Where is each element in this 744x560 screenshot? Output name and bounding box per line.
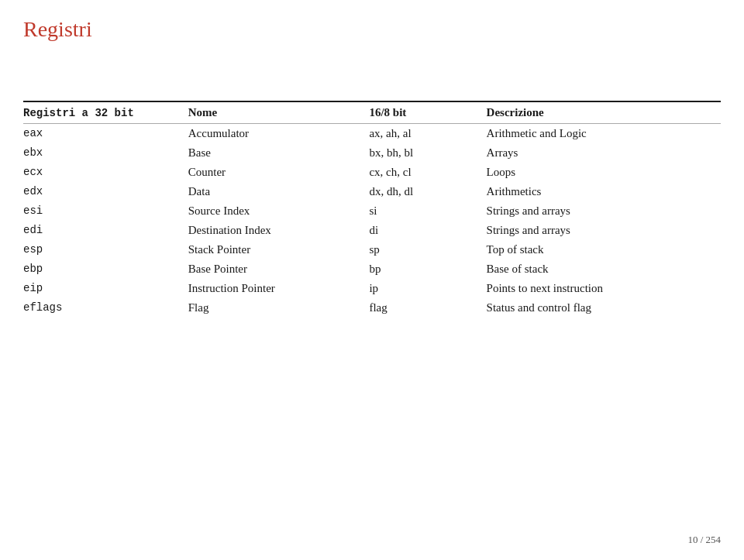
cell-reg: ecx: [23, 163, 188, 182]
table-row: esiSource IndexsiStrings and arrays: [23, 201, 721, 221]
page-title: Registri: [23, 17, 92, 42]
table-row: edxDatadx, dh, dlArithmetics: [23, 182, 721, 201]
cell-nome: Flag: [188, 298, 370, 318]
cell-reg: eax: [23, 124, 188, 144]
cell-bits: dx, dh, dl: [369, 182, 486, 201]
cell-reg: eflags: [23, 298, 188, 318]
cell-bits: si: [369, 201, 486, 221]
cell-bits: bx, bh, bl: [369, 143, 486, 163]
table-row: ebpBase PointerbpBase of stack: [23, 259, 721, 279]
cell-nome: Base Pointer: [188, 259, 370, 279]
cell-desc: Arithmetic and Logic: [487, 124, 721, 144]
table-row: espStack PointerspTop of stack: [23, 240, 721, 259]
header-nome: Nome: [188, 101, 370, 124]
cell-desc: Strings and arrays: [487, 201, 721, 221]
cell-reg: eip: [23, 279, 188, 298]
cell-desc: Top of stack: [487, 240, 721, 259]
cell-nome: Accumulator: [188, 124, 370, 144]
cell-bits: bp: [369, 259, 486, 279]
cell-nome: Counter: [188, 163, 370, 182]
cell-nome: Data: [188, 182, 370, 201]
table-row: ebxBasebx, bh, blArrays: [23, 143, 721, 163]
cell-desc: Loops: [487, 163, 721, 182]
table-row: ediDestination IndexdiStrings and arrays: [23, 221, 721, 240]
registers-table: Registri a 32 bit Nome 16/8 bit Descrizi…: [23, 101, 721, 318]
table-row: eaxAccumulatorax, ah, alArithmetic and L…: [23, 124, 721, 144]
page-number: 10 / 254: [687, 534, 721, 546]
cell-nome: Base: [188, 143, 370, 163]
cell-reg: esi: [23, 201, 188, 221]
cell-bits: sp: [369, 240, 486, 259]
table-row: eflagsFlagflagStatus and control flag: [23, 298, 721, 318]
cell-nome: Instruction Pointer: [188, 279, 370, 298]
cell-bits: ax, ah, al: [369, 124, 486, 144]
cell-desc: Base of stack: [487, 259, 721, 279]
cell-reg: ebp: [23, 259, 188, 279]
cell-desc: Strings and arrays: [487, 221, 721, 240]
cell-bits: cx, ch, cl: [369, 163, 486, 182]
cell-reg: edi: [23, 221, 188, 240]
cell-nome: Stack Pointer: [188, 240, 370, 259]
cell-reg: esp: [23, 240, 188, 259]
main-content: Registri a 32 bit Nome 16/8 bit Descrizi…: [23, 101, 721, 318]
table-row: ecxCountercx, ch, clLoops: [23, 163, 721, 182]
cell-reg: ebx: [23, 143, 188, 163]
header-desc: Descrizione: [487, 101, 721, 124]
cell-bits: di: [369, 221, 486, 240]
cell-desc: Status and control flag: [487, 298, 721, 318]
header-reg: Registri a 32 bit: [23, 101, 188, 124]
cell-desc: Arithmetics: [487, 182, 721, 201]
cell-desc: Points to next instruction: [487, 279, 721, 298]
cell-bits: ip: [369, 279, 486, 298]
cell-reg: edx: [23, 182, 188, 201]
cell-nome: Destination Index: [188, 221, 370, 240]
header-bits: 16/8 bit: [369, 101, 486, 124]
cell-bits: flag: [369, 298, 486, 318]
cell-desc: Arrays: [487, 143, 721, 163]
table-row: eipInstruction PointeripPoints to next i…: [23, 279, 721, 298]
cell-nome: Source Index: [188, 201, 370, 221]
